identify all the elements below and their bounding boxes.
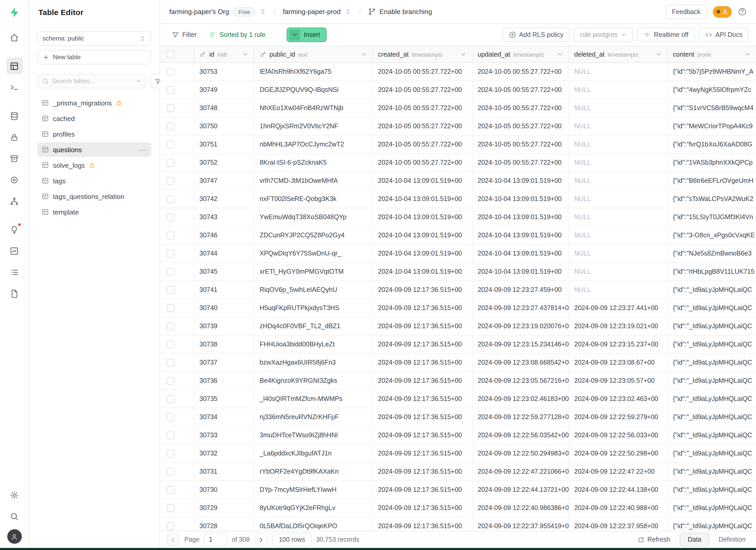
new-table-button[interactable]: New table: [37, 50, 151, 64]
cell-created-at[interactable]: 2024-09-09 12:17:36.515+00: [373, 281, 473, 299]
cell-created-at[interactable]: 2024-10-05 00:55:27.722+00: [373, 99, 473, 117]
cell-content[interactable]: {"id":"S1vrVC5BrB59wqcM4: [668, 99, 756, 117]
sort-button[interactable]: Sorted by 1 rule: [205, 28, 270, 42]
row-checkbox[interactable]: [167, 286, 174, 294]
row-checkbox[interactable]: [167, 122, 174, 130]
realtime-toggle-button[interactable]: Realtime off: [637, 28, 695, 42]
table-row[interactable]: 30728 0L5BAfDaLDl5rQOiqeKPO 2024-09-09 1…: [160, 517, 756, 531]
row-checkbox[interactable]: [167, 486, 174, 494]
cell-created-at[interactable]: 2024-09-09 12:17:36.515+00: [373, 408, 473, 426]
cell-content[interactable]: {"id":"B6tr6eEFLrOVgeUmH: [668, 172, 756, 190]
cell-id[interactable]: 30740: [194, 299, 254, 317]
insert-button[interactable]: Insert: [287, 28, 327, 42]
reports-icon[interactable]: [6, 243, 23, 259]
column-menu-icon[interactable]: [744, 51, 751, 58]
row-checkbox[interactable]: [167, 268, 174, 276]
cell-created-at[interactable]: 2024-09-09 12:17:36.515+00: [373, 481, 473, 499]
cell-updated-at[interactable]: 2024-09-09 12:23:05.567216+00: [473, 372, 569, 390]
cell-id[interactable]: 30736: [194, 372, 254, 390]
org-breadcrumb[interactable]: farming-paper's Org: [169, 8, 229, 16]
column-menu-icon[interactable]: [460, 51, 467, 58]
cell-created-at[interactable]: 2024-10-04 13:09:01.519+00: [373, 263, 473, 280]
row-checkbox[interactable]: [167, 395, 174, 403]
cell-id[interactable]: 30735: [194, 390, 254, 408]
cell-public-id[interactable]: _La6pddxcKJIbgufATJ1n: [254, 445, 373, 462]
cell-updated-at[interactable]: 2024-09-09 12:23:27.459+00: [473, 281, 569, 299]
cell-updated-at[interactable]: 2024-10-04 13:09:01.519+00: [473, 172, 569, 190]
cell-public-id[interactable]: 3muDHTceTWso9IZj8hHNI: [254, 426, 373, 444]
cell-content[interactable]: {"id":"_Id9aLyJpMHQLaiQC: [668, 336, 756, 353]
api-docs-icon[interactable]: [6, 285, 23, 302]
row-checkbox[interactable]: [167, 213, 174, 221]
row-checkbox[interactable]: [167, 231, 174, 239]
cell-updated-at[interactable]: 2024-09-09 12:23:27.437814+00: [473, 299, 569, 317]
table-row[interactable]: 30736 Be4KignzoK9YRGNI3Zgks 2024-09-09 1…: [160, 372, 756, 390]
table-row[interactable]: 30747 vrlh7CMD-JtM1bOweMHfA 2024-10-04 1…: [160, 172, 756, 190]
cell-updated-at[interactable]: 2024-09-09 12:22:37.955419+00: [473, 517, 569, 531]
cell-content[interactable]: {"id":"rtHbLpgB8V11LUK715: [668, 263, 756, 280]
cell-deleted-at[interactable]: NULL: [569, 281, 668, 299]
cell-deleted-at[interactable]: NULL: [569, 208, 668, 226]
cell-deleted-at[interactable]: NULL: [569, 136, 668, 153]
cell-created-at[interactable]: 2024-09-09 12:17:36.515+00: [373, 445, 473, 462]
cell-public-id[interactable]: RiqOV6p_5wihLeIAEQyhU: [254, 281, 373, 299]
page-number-input[interactable]: [204, 533, 227, 546]
table-row[interactable]: 30730 DYp-7mcyMSIrHefLYIwwH 2024-09-09 1…: [160, 481, 756, 499]
cell-public-id[interactable]: YwEmuWdqT38XoSB048QYp: [254, 208, 373, 226]
feedback-button[interactable]: Feedback: [666, 4, 707, 19]
cell-updated-at[interactable]: 2024-09-09 12:23:08.668542+00: [473, 354, 569, 371]
row-checkbox[interactable]: [167, 377, 174, 385]
cell-deleted-at[interactable]: 2024-09-09 12:22:56.033+00: [569, 426, 668, 444]
column-menu-icon[interactable]: [557, 51, 563, 58]
cell-id[interactable]: 30732: [194, 445, 254, 462]
cell-created-at[interactable]: 2024-09-09 12:17:36.515+00: [373, 372, 473, 390]
table-row[interactable]: 30750 1hnRQjxSRm2V0VticY2NF 2024-10-05 0…: [160, 117, 756, 136]
cell-content[interactable]: {"id":"_Id9aLyJpMHQLaiQC: [668, 281, 756, 299]
cell-deleted-at[interactable]: NULL: [569, 226, 668, 244]
cell-id[interactable]: 30741: [194, 281, 254, 299]
cell-id[interactable]: 30734: [194, 408, 254, 426]
account-status-badge[interactable]: [713, 6, 732, 17]
table-row[interactable]: 30743 YwEmuWdqT38XoSB048QYp 2024-10-04 1…: [160, 208, 756, 226]
cell-content[interactable]: {"id":"3-O8cn_xPgs0cVxqKE: [668, 226, 756, 244]
cell-content[interactable]: {"id":"_Id9aLyJpMHQLaiQC: [668, 499, 756, 517]
cell-deleted-at[interactable]: 2024-09-09 12:22:37.958+00: [569, 517, 668, 531]
cell-content[interactable]: {"id":"_Id9aLyJpMHQLaiQC: [668, 481, 756, 499]
help-button[interactable]: [738, 7, 747, 16]
cell-deleted-at[interactable]: NULL: [569, 63, 668, 81]
cell-updated-at[interactable]: 2024-10-05 00:55:27.722+00: [473, 154, 569, 171]
enable-branching-button[interactable]: Enable branching: [368, 8, 432, 16]
cell-id[interactable]: 30751: [194, 136, 254, 153]
project-switcher-icon[interactable]: [345, 8, 352, 15]
row-checkbox[interactable]: [167, 68, 174, 76]
cell-deleted-at[interactable]: NULL: [569, 81, 668, 99]
cell-id[interactable]: 30748: [194, 99, 254, 117]
cell-id[interactable]: 30731: [194, 463, 254, 480]
table-item-menu-icon[interactable]: …: [139, 144, 147, 155]
cell-content[interactable]: {"id":"_Id9aLyJpMHQLaiQC: [668, 390, 756, 408]
refresh-button[interactable]: Refresh: [633, 532, 675, 547]
cell-created-at[interactable]: 2024-09-09 12:17:36.515+00: [373, 336, 473, 353]
cell-content[interactable]: {"id":"MeWCriorTPopA4Kc9: [668, 117, 756, 135]
column-header[interactable]: updated_at timestamptz: [473, 46, 569, 62]
cell-updated-at[interactable]: 2024-09-09 12:23:19.020076+00: [473, 317, 569, 335]
row-checkbox[interactable]: [167, 431, 174, 439]
table-row[interactable]: 30744 XPQwDIqY6Y75SwDnU-qr_ 2024-10-04 1…: [160, 245, 756, 263]
cell-updated-at[interactable]: 2024-09-09 12:23:15.234146+00: [473, 336, 569, 353]
cell-content[interactable]: {"id":"_Id9aLyJpMHQLaiQC: [668, 299, 756, 317]
cell-deleted-at[interactable]: 2024-09-09 12:23:19.021+00: [569, 317, 668, 335]
table-editor-icon[interactable]: [6, 58, 23, 74]
table-row[interactable]: 30751 nbMhHL3AP7OcCJymc2wT2 2024-10-05 0…: [160, 136, 756, 154]
edge-functions-icon[interactable]: [6, 171, 23, 188]
cell-public-id[interactable]: DGEJfJZPQUV9Q-IBqsNSi: [254, 81, 373, 99]
table-row[interactable]: 30738 FHHUioa3bidd00BHyLeZt 2024-09-09 1…: [160, 336, 756, 354]
cell-public-id[interactable]: _l40sQIRTmMZfcm-MWMPs: [254, 390, 373, 408]
cell-public-id[interactable]: xrETl_HyGY0mPMGVqtOTM: [254, 263, 373, 280]
row-checkbox[interactable]: [167, 140, 174, 148]
cell-updated-at[interactable]: 2024-10-04 13:09:01.519+00: [473, 226, 569, 244]
cell-created-at[interactable]: 2024-10-04 13:09:01.519+00: [373, 226, 473, 244]
column-header[interactable]: id int8: [194, 46, 254, 62]
logs-icon[interactable]: [6, 264, 23, 280]
table-row[interactable]: 30748 NhXEo1Xw04FnB4RzWTNjb 2024-10-05 0…: [160, 99, 756, 117]
cell-updated-at[interactable]: 2024-10-04 13:09:01.519+00: [473, 190, 569, 208]
